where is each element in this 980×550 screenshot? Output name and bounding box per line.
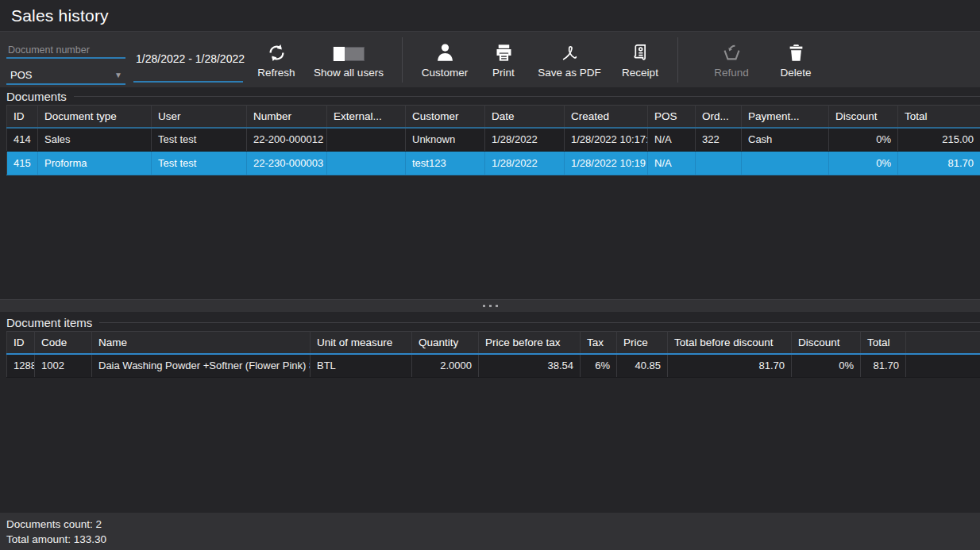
toggle-switch-icon (333, 40, 365, 64)
column-header-external-[interactable]: External... (327, 106, 406, 128)
column-header-ord-[interactable]: Ord... (696, 106, 742, 128)
documents-table: IDDocument typeUserNumberExternal...Cust… (0, 105, 980, 175)
table-cell: 38.54 (479, 354, 581, 378)
date-range-value: 1/28/2022 - 1/28/2022 (136, 52, 245, 65)
column-header-payment-[interactable]: Payment... (742, 106, 829, 128)
pos-dropdown[interactable]: POS ▼ (6, 68, 125, 85)
table-cell: Sales (38, 128, 152, 152)
column-header-user[interactable]: User (152, 106, 247, 128)
delete-label: Delete (780, 67, 811, 79)
table-cell: 1/28/2022 (485, 152, 565, 175)
column-header-date[interactable]: Date (485, 106, 565, 128)
table-cell: Unknown (406, 128, 485, 152)
table-cell: 81.70 (668, 354, 792, 378)
delete-button[interactable]: Delete (766, 32, 826, 87)
table-cell: BTL (311, 354, 412, 378)
grip-dots-icon (483, 305, 485, 307)
column-header-total[interactable]: Total (861, 332, 906, 354)
column-header-number[interactable]: Number (247, 106, 327, 128)
section-divider (74, 96, 980, 97)
total-amount-text: Total amount: 133.30 (6, 532, 980, 547)
table-cell: 322 (696, 128, 742, 152)
refund-icon (721, 40, 743, 64)
documents-count-text: Documents count: 2 (6, 517, 980, 532)
save-as-pdf-label: Save as PDF (538, 67, 601, 79)
table-cell: 81.70 (861, 354, 906, 378)
receipt-button[interactable]: Receipt (611, 32, 669, 87)
show-all-users-label: Show all users (314, 67, 384, 79)
table-cell: 40.85 (617, 354, 668, 378)
splitter-handle[interactable] (0, 299, 980, 312)
show-all-users-button[interactable]: Show all users (303, 32, 394, 87)
document-items-table: IDCodeNameUnit of measureQuantityPrice b… (0, 331, 980, 378)
table-cell (327, 128, 406, 152)
table-cell: 415 (7, 152, 38, 175)
column-header-quantity[interactable]: Quantity (412, 332, 479, 354)
document-items-section-title: Document items (6, 316, 92, 329)
column-header-created[interactable]: Created (565, 106, 648, 128)
table-cell: Proforma (38, 152, 152, 175)
table-row[interactable]: 415ProformaTest test22-230-000003test123… (7, 152, 980, 175)
pos-dropdown-value: POS (10, 69, 32, 81)
table-cell: 81.70 (898, 152, 980, 175)
refund-label: Refund (714, 67, 749, 79)
status-footer: Documents count: 2 Total amount: 133.30 (0, 513, 980, 550)
table-cell (742, 152, 829, 175)
documents-table-area: IDDocument typeUserNumberExternal...Cust… (0, 105, 980, 299)
column-header-discount[interactable]: Discount (829, 106, 898, 128)
table-cell: 414 (7, 128, 38, 152)
table-cell: 1288 (7, 354, 35, 378)
page-title: Sales history (11, 6, 109, 25)
column-header-customer[interactable]: Customer (406, 106, 485, 128)
column-header-id[interactable]: ID (7, 106, 38, 128)
table-cell: Daia Washing Powder +Softner (Flower Pin… (92, 354, 311, 378)
print-button[interactable]: Print (479, 32, 528, 87)
table-cell: 215.00 (898, 128, 980, 152)
table-cell: 0% (829, 128, 898, 152)
title-bar: Sales history (0, 0, 980, 32)
print-label: Print (492, 67, 515, 79)
column-header-tax[interactable]: Tax (581, 332, 617, 354)
grip-dots-icon (489, 305, 492, 307)
customer-button[interactable]: Customer (411, 32, 479, 87)
table-cell: Cash (742, 128, 829, 152)
date-range-field[interactable]: 1/28/2022 - 1/28/2022 (133, 43, 243, 83)
column-header-code[interactable]: Code (35, 332, 92, 354)
document-items-table-area: IDCodeNameUnit of measureQuantityPrice b… (0, 331, 980, 513)
receipt-label: Receipt (622, 67, 658, 79)
table-row[interactable]: 12881002Daia Washing Powder +Softner (Fl… (7, 354, 980, 378)
save-as-pdf-button[interactable]: Save as PDF (528, 32, 611, 87)
table-cell: 0% (829, 152, 898, 175)
table-cell (696, 152, 742, 175)
column-header-unit-of-measure[interactable]: Unit of measure (311, 332, 412, 354)
documents-section-title: Documents (6, 90, 67, 103)
refresh-icon (266, 40, 287, 64)
column-header-id[interactable]: ID (7, 332, 35, 354)
table-row[interactable]: 414SalesTest test22-200-000012Unknown1/2… (7, 128, 980, 152)
table-cell: N/A (648, 152, 696, 175)
column-header-name[interactable]: Name (92, 332, 311, 354)
document-number-input[interactable] (6, 43, 125, 59)
refund-button[interactable]: Refund (697, 32, 766, 87)
column-header-price[interactable]: Price (617, 332, 668, 354)
column-header-total[interactable]: Total (898, 106, 980, 128)
toolbar: POS ▼ 1/28/2022 - 1/28/2022 Refresh Sho (0, 32, 980, 87)
column-header-blank[interactable] (906, 332, 980, 354)
documents-section-header: Documents (0, 87, 980, 105)
trash-icon (785, 40, 807, 64)
toolbar-buttons: Refresh Show all users Customer (249, 32, 826, 87)
section-divider (99, 322, 980, 323)
column-header-discount[interactable]: Discount (792, 332, 861, 354)
table-cell: test123 (406, 152, 485, 175)
column-header-total-before-discount[interactable]: Total before discount (668, 332, 792, 354)
refresh-label: Refresh (257, 67, 295, 79)
filter-block: POS ▼ 1/28/2022 - 1/28/2022 (0, 32, 249, 87)
table-cell: 1002 (35, 354, 92, 378)
table-cell: 1/28/2022 10:19 (565, 152, 648, 175)
person-icon (434, 40, 456, 64)
table-cell: Test test (152, 152, 247, 175)
column-header-document-type[interactable]: Document type (38, 106, 152, 128)
column-header-pos[interactable]: POS (648, 106, 696, 128)
column-header-price-before-tax[interactable]: Price before tax (479, 332, 581, 354)
refresh-button[interactable]: Refresh (249, 32, 303, 87)
